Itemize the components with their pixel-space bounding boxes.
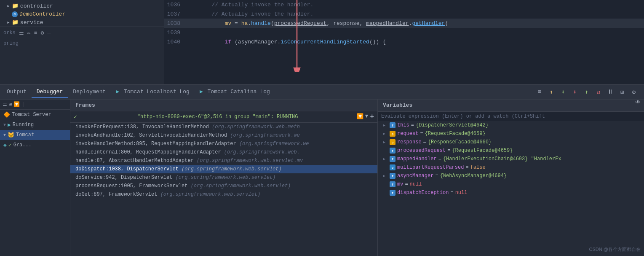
spring-label: pring bbox=[0, 39, 164, 48]
tomcat-log-icon: ▶ bbox=[116, 89, 119, 95]
thread-icons: 🔽 ▼ + bbox=[357, 113, 374, 121]
running-label: Running bbox=[13, 122, 34, 128]
eye-icon[interactable]: 👁 bbox=[635, 100, 641, 106]
tab-output[interactable]: Output bbox=[2, 86, 32, 98]
running-play-icon: ▶ bbox=[8, 121, 11, 128]
var-list: ▶ f this = {DispatcherServlet@4642} ▶ p … bbox=[378, 121, 644, 256]
toolbar-settings-icon[interactable]: ⚙ bbox=[629, 87, 639, 97]
toolbar-step-over-icon[interactable]: ⬆ bbox=[546, 87, 556, 97]
tab-deployment[interactable]: Deployment bbox=[68, 86, 111, 98]
code-line-1038: 1038 mv = ha.handle(processedRequest, re… bbox=[164, 19, 644, 28]
folder-icon2: 📁 bbox=[12, 3, 19, 9]
code-line-1036: 1036 // Actually invoke the handler. bbox=[164, 0, 644, 9]
eval-placeholder: Evaluate expression (Enter) or add a wat… bbox=[381, 113, 545, 119]
debug-content: ⚌ ⊞ 🔽 | 🔶 Tomcat Server ▼ ▶ Running ▼ 🐱 bbox=[0, 100, 644, 256]
service-chevron: ▸ bbox=[7, 19, 10, 26]
server-item-running[interactable]: ▼ ▶ Running bbox=[0, 120, 70, 130]
toolbar-icon-1[interactable]: ⚌ bbox=[19, 30, 24, 36]
democontroller-label: DemoController bbox=[19, 11, 65, 17]
service-label: service bbox=[20, 19, 43, 26]
toolbar-step-out-icon[interactable]: ⬇ bbox=[570, 87, 580, 97]
var-icon-async: f bbox=[390, 173, 395, 179]
debug-tabs: Output Debugger Deployment ▶ Tomcat Loca… bbox=[0, 84, 644, 100]
tab-tomcat-catalina-log[interactable]: ▶ Tomcat Catalina Log bbox=[195, 86, 275, 98]
server-toolbar-icon1[interactable]: ⚌ bbox=[3, 101, 7, 108]
var-request[interactable]: ▶ p request = {RequestFacade@4659} bbox=[378, 129, 644, 138]
tomcat-server-label: Tomcat Server bbox=[12, 112, 51, 118]
server-toolbar-separator: | bbox=[21, 101, 25, 108]
add-icon[interactable]: + bbox=[370, 113, 374, 121]
tomcat-label: Tomcat bbox=[16, 132, 34, 138]
watermark: CSDN @各个方面都自在 bbox=[589, 246, 641, 253]
tomcat-icon: 🐱 bbox=[8, 132, 14, 138]
toolbar-pause-icon[interactable]: ⏸ bbox=[605, 87, 615, 97]
code-line-1039: 1039 bbox=[164, 28, 644, 37]
frames-toolbar: ✓ "http-nio-8080-exec-6"@2,516 in group … bbox=[70, 111, 377, 123]
running-chevron: ▼ bbox=[3, 123, 6, 127]
tab-tomcat-localhost-log[interactable]: ▶ Tomcat Localhost Log bbox=[111, 86, 195, 98]
var-icon-dispatch: f bbox=[390, 190, 395, 196]
frame-item-7[interactable]: processRequest:1005, FrameworkServlet (o… bbox=[70, 182, 377, 190]
var-icon-multipart: o bbox=[390, 164, 395, 170]
gradle-check: ✓ bbox=[8, 142, 12, 148]
frames-header: Frames bbox=[70, 100, 377, 111]
server-tree-toolbar: ⚌ ⊞ 🔽 | bbox=[0, 100, 70, 110]
toolbar-icon-3[interactable]: ≡ bbox=[34, 30, 37, 36]
tomcat-server-icon: 🔶 bbox=[3, 111, 10, 118]
toolbar-run-cursor-icon[interactable]: ⬆ bbox=[582, 87, 592, 97]
expand-icon[interactable]: ▼ bbox=[365, 113, 369, 121]
frame-item-6[interactable]: doService:942, DispatcherServlet (org.sp… bbox=[70, 173, 377, 182]
code-editor: 1036 // Actually invoke the handler. 103… bbox=[164, 0, 644, 84]
toolbar-label-orks: orks bbox=[3, 30, 16, 36]
frame-item-3[interactable]: handleInternal:800, RequestMappingHandle… bbox=[70, 148, 377, 156]
var-icon-obj: p bbox=[390, 131, 395, 137]
frame-item-2[interactable]: invokeHandlerMethod:895, RequestMappingH… bbox=[70, 140, 377, 148]
var-mapped-handler[interactable]: ▶ f mappedHandler = {HandlerExecutionCha… bbox=[378, 155, 644, 163]
catalina-log-icon: ▶ bbox=[200, 89, 203, 95]
variables-header: Variables bbox=[378, 100, 644, 111]
toolbar-rerun-icon[interactable]: ↺ bbox=[593, 87, 604, 97]
toolbar-icon-2[interactable]: ✏ bbox=[27, 30, 31, 36]
code-line-1037: 1037 // Actually invoke the handler. bbox=[164, 9, 644, 19]
tomcat-expand-chevron: ▼ bbox=[3, 133, 6, 137]
toolbar-step-into-icon[interactable]: ⬇ bbox=[558, 87, 568, 97]
file-tree-controller[interactable]: ▸ 📁 controller bbox=[0, 2, 164, 10]
server-item-gradle[interactable]: ◈ ✓ Gra... bbox=[0, 140, 70, 150]
var-response[interactable]: ▶ p response = {ResponseFacade@4660} bbox=[378, 138, 644, 146]
variables-panel: Variables Evaluate expression (Enter) or… bbox=[378, 100, 644, 256]
toolbar-table-icon[interactable]: ⊞ bbox=[617, 87, 627, 97]
file-tree: ▸ 📁 controller c DemoController ▸ 📁 serv… bbox=[0, 0, 164, 84]
tab-debugger[interactable]: Debugger bbox=[32, 86, 68, 98]
code-line-1040: 1040 if (asyncManager.isConcurrentHandli… bbox=[164, 37, 644, 46]
gradle-icon: ◈ bbox=[3, 142, 7, 148]
server-toolbar-icon2[interactable]: ⊞ bbox=[9, 101, 12, 108]
frame-item-4[interactable]: handle:87, AbstractHandlerMethodAdapter … bbox=[70, 156, 377, 165]
frame-item-5[interactable]: doDispatch:1038, DispatcherServlet (org.… bbox=[70, 165, 377, 173]
file-tree-democontroller[interactable]: c DemoController bbox=[0, 10, 164, 18]
folder-icon: ▸ bbox=[7, 3, 10, 9]
toolbar-icon-4[interactable]: ⚙ bbox=[40, 30, 44, 36]
controller-label: controller bbox=[20, 3, 53, 9]
var-multipart[interactable]: o multipartRequestParsed = false bbox=[378, 163, 644, 172]
frames-panel: Frames ✓ "http-nio-8080-exec-6"@2,516 in… bbox=[70, 100, 378, 256]
class-icon: c bbox=[12, 11, 18, 17]
var-this[interactable]: ▶ f this = {DispatcherServlet@4642} bbox=[378, 121, 644, 129]
var-async-manager[interactable]: ▶ f asyncManager = {WebAsyncManager@4694… bbox=[378, 172, 644, 180]
var-mv[interactable]: f mv = null bbox=[378, 180, 644, 189]
eval-bar[interactable]: Evaluate expression (Enter) or add a wat… bbox=[378, 111, 644, 121]
server-toolbar-icon3[interactable]: 🔽 bbox=[13, 101, 20, 108]
file-tree-service[interactable]: ▸ 📁 service bbox=[0, 18, 164, 27]
frame-item-8[interactable]: doGet:897, FrameworkServlet (org.springf… bbox=[70, 190, 377, 199]
toolbar-lines-icon[interactable]: ≡ bbox=[534, 87, 545, 97]
server-tree: ⚌ ⊞ 🔽 | 🔶 Tomcat Server ▼ ▶ Running ▼ 🐱 bbox=[0, 100, 70, 256]
thread-running-check: ✓ bbox=[74, 113, 77, 120]
toolbar-icon-5[interactable]: — bbox=[47, 30, 51, 36]
server-item-tomcat[interactable]: ▼ 🐱 Tomcat bbox=[0, 130, 70, 140]
server-item-tomcat-server[interactable]: 🔶 Tomcat Server bbox=[0, 110, 70, 120]
var-processed-request[interactable]: f processedRequest = {RequestFacade@4659… bbox=[378, 146, 644, 155]
thread-label: "http-nio-8080-exec-6"@2,516 in group "m… bbox=[137, 114, 298, 120]
frame-item-1[interactable]: invokeAndHandle:102, ServletInvocableHan… bbox=[70, 131, 377, 140]
filter-icon[interactable]: 🔽 bbox=[357, 113, 363, 121]
frame-item-0[interactable]: invokeForRequest:138, InvocableHandlerMe… bbox=[70, 123, 377, 131]
var-dispatch-exception[interactable]: f dispatchException = null bbox=[378, 189, 644, 197]
